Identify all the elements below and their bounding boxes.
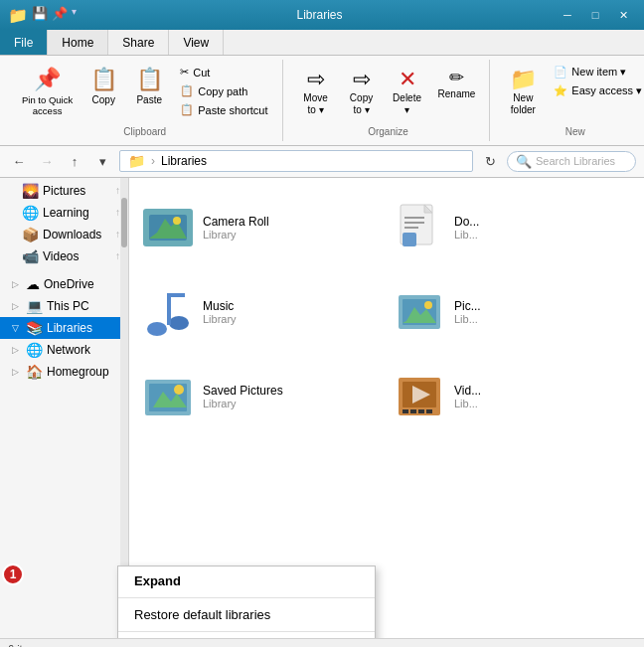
- camera-roll-thumb: [141, 201, 195, 254]
- vid-type: Lib...: [454, 398, 481, 409]
- vid-name: Vid...: [454, 384, 481, 398]
- file-item-music[interactable]: Music Library: [135, 270, 387, 355]
- sidebar-item-homegroup[interactable]: ▷ 🏠 Homegroup: [0, 361, 128, 383]
- music-name: Music: [203, 299, 237, 313]
- ribbon-group-clipboard: 📌 Pin to Quickaccess 📋 Copy 📋 Paste ✂ Cu…: [8, 60, 283, 141]
- onedrive-expand[interactable]: ▷: [8, 277, 22, 291]
- minimize-button[interactable]: ─: [555, 5, 580, 25]
- homegroup-icon: 🏠: [26, 364, 43, 380]
- maximize-button[interactable]: □: [582, 5, 608, 25]
- paste-label: Paste: [136, 94, 162, 106]
- tab-home[interactable]: Home: [48, 30, 108, 55]
- window-controls[interactable]: ─ □ ✕: [555, 5, 636, 25]
- network-label: Network: [47, 343, 90, 357]
- sidebar-item-onedrive[interactable]: ▷ ☁ OneDrive: [0, 273, 128, 295]
- tab-share[interactable]: Share: [108, 30, 169, 55]
- sidebar-scrollbar-thumb[interactable]: [121, 198, 127, 247]
- easy-access-button[interactable]: ⭐ Easy access ▾: [548, 82, 644, 99]
- camera-roll-name: Camera Roll: [203, 215, 269, 229]
- move-to-button[interactable]: ⇨ Moveto ▾: [295, 64, 337, 119]
- move-to-label: Moveto ▾: [303, 92, 327, 116]
- sidebar-item-learning[interactable]: 🌐 Learning ↑: [0, 202, 128, 224]
- onedrive-icon: ☁: [26, 276, 40, 292]
- down-arrow-icon[interactable]: ▾: [72, 6, 77, 25]
- context-sep-2: [118, 631, 375, 632]
- svg-rect-27: [418, 409, 424, 413]
- paste-button[interactable]: 📋 Paste: [128, 64, 170, 109]
- search-box[interactable]: 🔍 Search Libraries: [507, 151, 636, 172]
- copy-to-button[interactable]: ⇨ Copyto ▾: [341, 64, 383, 119]
- file-item-doc-partial[interactable]: Do... Lib...: [387, 186, 638, 270]
- cut-button[interactable]: ✂ Cut: [174, 64, 273, 81]
- context-expand[interactable]: Expand: [118, 566, 375, 595]
- downloads-label: Downloads: [43, 228, 101, 242]
- close-button[interactable]: ✕: [610, 5, 636, 25]
- file-item-vid-partial[interactable]: Vid... Lib...: [387, 355, 638, 439]
- tab-view[interactable]: View: [169, 30, 224, 55]
- libraries-expand[interactable]: ▽: [8, 321, 22, 335]
- new-buttons: 📁 Newfolder 📄 New item ▾ ⭐ Easy access ▾: [502, 60, 644, 124]
- new-item-button[interactable]: 📄 New item ▾: [548, 64, 644, 81]
- recent-button[interactable]: ▾: [91, 150, 113, 172]
- sidebar-item-videos[interactable]: 📹 Videos ↑: [0, 245, 128, 267]
- vid-info: Vid... Lib...: [454, 384, 481, 409]
- paste-shortcut-icon: 📋: [180, 103, 194, 116]
- title-bar-quicklaunch: 📁 💾 📌 ▾: [8, 6, 77, 25]
- ribbon-group-new: 📁 Newfolder 📄 New item ▾ ⭐ Easy access ▾…: [494, 60, 644, 141]
- doc-thumb: [393, 201, 446, 254]
- file-item-pic-partial[interactable]: Pic... Lib...: [387, 270, 638, 355]
- title-bar: 📁 💾 📌 ▾ Libraries ─ □ ✕: [0, 0, 644, 30]
- pic-name: Pic...: [454, 299, 481, 313]
- copy-path-button[interactable]: 📋 Copy path: [174, 82, 273, 99]
- forward-button[interactable]: →: [36, 150, 58, 172]
- camera-roll-type: Library: [203, 229, 269, 241]
- vid-thumb: [393, 370, 446, 423]
- saved-svg: [143, 374, 193, 419]
- pin-icon[interactable]: 📌: [52, 6, 68, 25]
- context-pin-to-start[interactable]: Pin to Start: [118, 634, 375, 638]
- delete-icon: ✕: [399, 67, 416, 92]
- address-input[interactable]: 📁 › Libraries: [119, 150, 473, 172]
- up-button[interactable]: ↑: [64, 150, 85, 172]
- new-folder-button[interactable]: 📁 Newfolder: [502, 64, 544, 119]
- menu-tabs: File Home Share View: [0, 30, 644, 56]
- pin-to-quickaccess-button[interactable]: 📌 Pin to Quickaccess: [16, 64, 79, 120]
- svg-rect-8: [404, 227, 418, 229]
- refresh-button[interactable]: ↻: [479, 150, 501, 172]
- context-restore-default[interactable]: Restore default libraries: [118, 600, 375, 629]
- thispc-icon: 💻: [26, 298, 43, 314]
- tab-file[interactable]: File: [0, 30, 48, 55]
- copy-button[interactable]: 📋 Copy: [82, 64, 124, 109]
- back-button[interactable]: ←: [8, 150, 30, 172]
- sidebar-item-pictures[interactable]: 🌄 Pictures ↑: [0, 180, 128, 202]
- save-icon[interactable]: 💾: [32, 6, 48, 25]
- rename-button[interactable]: ✏ Rename: [432, 64, 482, 103]
- homegroup-expand[interactable]: ▷: [8, 365, 22, 379]
- paste-shortcut-button[interactable]: 📋 Paste shortcut: [174, 101, 273, 118]
- network-expand[interactable]: ▷: [8, 343, 22, 357]
- pin-label: Pin to Quickaccess: [22, 94, 73, 117]
- sidebar-item-network[interactable]: ▷ 🌐 Network: [0, 339, 128, 361]
- rename-label: Rename: [438, 88, 476, 100]
- sidebar-item-libraries[interactable]: ▽ 📚 Libraries: [0, 317, 128, 339]
- svg-point-3: [173, 217, 181, 225]
- music-type: Library: [203, 313, 237, 325]
- new-item-icon: 📄: [554, 66, 567, 79]
- svg-rect-6: [404, 217, 424, 219]
- pic-thumb: [393, 285, 446, 339]
- saved-type: Library: [203, 398, 283, 409]
- svg-rect-12: [167, 293, 171, 325]
- file-item-saved-pictures[interactable]: Saved Pictures Library: [135, 355, 387, 439]
- sidebar-item-downloads[interactable]: 📦 Downloads ↑: [0, 224, 128, 245]
- svg-rect-9: [402, 233, 416, 246]
- thispc-expand[interactable]: ▷: [8, 299, 22, 313]
- address-bar: ← → ↑ ▾ 📁 › Libraries ↻ 🔍 Search Librari…: [0, 146, 644, 178]
- new-folder-label: Newfolder: [511, 92, 536, 116]
- address-separator: ›: [151, 154, 155, 168]
- doc-type: Lib...: [454, 229, 479, 241]
- expand-label: Expand: [134, 573, 181, 588]
- address-text: Libraries: [161, 154, 207, 168]
- delete-button[interactable]: ✕ Delete▾: [387, 64, 428, 119]
- sidebar-item-thispc[interactable]: ▷ 💻 This PC: [0, 295, 128, 317]
- file-item-camera-roll[interactable]: Camera Roll Library: [135, 186, 387, 270]
